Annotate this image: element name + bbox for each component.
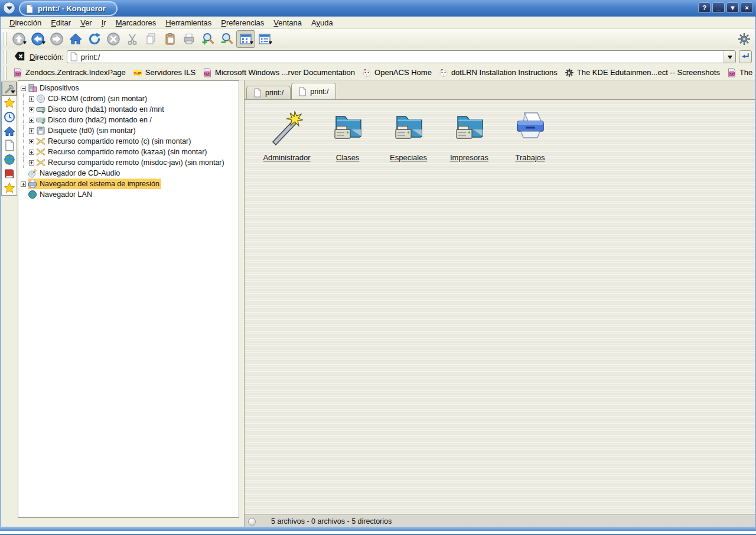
expand-icon[interactable]: [29, 150, 34, 155]
minimize-button[interactable]: _: [712, 2, 725, 13]
bookmark-item[interactable]: VoIPServidores ILS: [129, 67, 199, 78]
zoom-in-button[interactable]: [198, 30, 217, 48]
tree-item-body[interactable]: Navegador de CD-Audio: [28, 168, 122, 179]
paste-button[interactable]: [161, 30, 180, 48]
tabbar: print:/print:/: [245, 80, 755, 100]
icon-view-button[interactable]: [236, 30, 255, 48]
tree-item[interactable]: Recurso compartido remoto (misdoc-javi) …: [18, 157, 239, 168]
expand-icon[interactable]: [21, 181, 26, 187]
toolbar-grip[interactable]: [3, 50, 7, 64]
bookmark-item[interactable]: OpenACS Home: [359, 67, 435, 78]
tree-item-body[interactable]: Navegador LAN: [28, 189, 94, 200]
file-item[interactable]: Administrador: [256, 109, 317, 162]
tree-item-label: Recurso compartido remoto (kazaa) (sin m…: [47, 148, 207, 156]
tree-item-body[interactable]: CD-ROM (cdrom) (sin montar): [36, 93, 149, 104]
tree-item[interactable]: Recurso compartido remoto (kazaa) (sin m…: [18, 147, 239, 157]
back-button[interactable]: [28, 30, 47, 48]
collapse-icon[interactable]: [21, 86, 26, 91]
close-button[interactable]: ×: [741, 2, 753, 13]
tree-item[interactable]: CD-ROM (cdrom) (sin montar): [18, 93, 239, 104]
expand-icon[interactable]: [29, 128, 34, 134]
expand-icon[interactable]: [29, 160, 34, 166]
tree-item[interactable]: Navegador del sistema de impresión: [18, 179, 239, 189]
tree-item[interactable]: Dispositivos: [18, 83, 239, 93]
menu-preferencias[interactable]: Preferencias: [216, 17, 269, 28]
cut-button[interactable]: [123, 30, 142, 48]
wrench-icon: [4, 83, 15, 95]
title-capsule: print:/ - Konqueror: [19, 1, 118, 16]
tree-item-body[interactable]: Disquete (fd0) (sin montar): [36, 125, 138, 136]
expand-icon[interactable]: [29, 139, 34, 144]
file-item[interactable]: Especiales: [378, 109, 439, 162]
sidebar-button-configure[interactable]: [2, 82, 17, 96]
expand-icon[interactable]: [29, 107, 34, 112]
tree-item-body[interactable]: Recurso compartido remoto (misdoc-javi) …: [36, 157, 226, 168]
home-small-icon: [4, 125, 15, 137]
menu-marcadores[interactable]: Marcadores: [111, 17, 161, 28]
menu-direccion[interactable]: Dirección: [5, 17, 46, 28]
sidebar-button-root-folder[interactable]: [2, 138, 17, 153]
menu-ver[interactable]: Ver: [76, 17, 97, 28]
window-menu-button[interactable]: [3, 2, 15, 14]
share-icon: [36, 137, 45, 146]
up-button[interactable]: [9, 30, 28, 48]
print-button[interactable]: [180, 30, 198, 48]
home-button[interactable]: [66, 30, 85, 48]
sidebar-button-services[interactable]: [2, 167, 17, 181]
tree-item-body[interactable]: Recurso compartido remoto (kazaa) (sin m…: [36, 147, 209, 157]
expand-icon[interactable]: [29, 118, 34, 123]
sidebar-button-strip: [1, 80, 18, 527]
menu-editar[interactable]: Editar: [46, 17, 76, 28]
stop-button[interactable]: [104, 30, 123, 48]
bookmark-label: Zendocs.Zentrack.IndexPage: [25, 68, 126, 77]
panel-splitter[interactable]: [239, 80, 244, 527]
reload-icon: [87, 32, 102, 46]
tree-item[interactable]: Disquete (fd0) (sin montar): [18, 125, 239, 136]
sidebar-button-network[interactable]: [2, 153, 17, 167]
tree-item-body[interactable]: Recurso compartido remoto (c) (sin monta…: [36, 136, 193, 147]
location-input[interactable]: print:/: [67, 50, 736, 63]
sidebar-button-history[interactable]: [2, 110, 17, 124]
clear-location-button[interactable]: [12, 50, 27, 64]
tree-item-body[interactable]: Disco duro (hda1) montado en /mnt: [36, 104, 166, 115]
file-item[interactable]: Impresoras: [439, 109, 500, 162]
reload-button[interactable]: [85, 30, 104, 48]
tree-item[interactable]: Disco duro (hda2) montado en /: [18, 115, 239, 125]
menu-ayuda[interactable]: Ayuda: [307, 17, 338, 28]
bookmark-item[interactable]: dotLRN Installation Instructions: [435, 67, 561, 78]
list-view-button[interactable]: [255, 30, 274, 48]
tree-item-body[interactable]: Navegador del sistema de impresión: [28, 179, 161, 189]
forward-button[interactable]: [47, 30, 66, 48]
location-dropdown-button[interactable]: [724, 51, 735, 63]
zoom-out-button[interactable]: [217, 30, 236, 48]
view-tab[interactable]: print:/: [291, 83, 335, 99]
bookmark-toolbar: Zendocs.Zentrack.IndexPageVoIPServidores…: [1, 65, 755, 80]
sidebar-button-bookmarks-2[interactable]: [2, 181, 17, 195]
bookmark-item[interactable]: The Coc: [724, 67, 756, 78]
expand-icon[interactable]: [29, 96, 34, 102]
tree-item[interactable]: Disco duro (hda1) montado en /mnt: [18, 104, 239, 115]
bookmark-item[interactable]: Zendocs.Zentrack.IndexPage: [9, 67, 129, 78]
toolbar-grip[interactable]: [3, 66, 7, 80]
menu-herramientas[interactable]: Herramientas: [161, 17, 216, 28]
sidebar-button-bookmarks[interactable]: [2, 96, 17, 110]
bookmark-item[interactable]: KThe KDE Edutainmen...ect -- Screenshots: [561, 67, 724, 78]
go-button[interactable]: [739, 50, 752, 63]
help-button[interactable]: ?: [698, 2, 711, 13]
copy-button[interactable]: [142, 30, 161, 48]
bookmark-item[interactable]: Microsoft Windows ...rver Documentation: [199, 67, 359, 78]
tree-item[interactable]: Navegador de CD-Audio: [18, 168, 239, 179]
file-item[interactable]: Clases: [317, 109, 378, 162]
tree-item-body[interactable]: Disco duro (hda2) montado en /: [36, 115, 154, 125]
file-item[interactable]: Trabajos: [500, 109, 561, 162]
menu-ventana[interactable]: Ventana: [269, 17, 307, 28]
view-tab[interactable]: print:/: [246, 86, 291, 99]
tree-item-body[interactable]: Dispositivos: [28, 83, 81, 93]
icon-view-content[interactable]: AdministradorClasesEspecialesImpresorasT…: [245, 100, 755, 515]
menu-ir[interactable]: Ir: [97, 17, 111, 28]
toolbar-grip[interactable]: [3, 32, 7, 46]
tree-item[interactable]: Recurso compartido remoto (c) (sin monta…: [18, 136, 239, 147]
tree-item[interactable]: Navegador LAN: [18, 189, 239, 200]
maximize-button[interactable]: ▼: [726, 2, 739, 13]
sidebar-button-home-directory[interactable]: [2, 124, 17, 138]
